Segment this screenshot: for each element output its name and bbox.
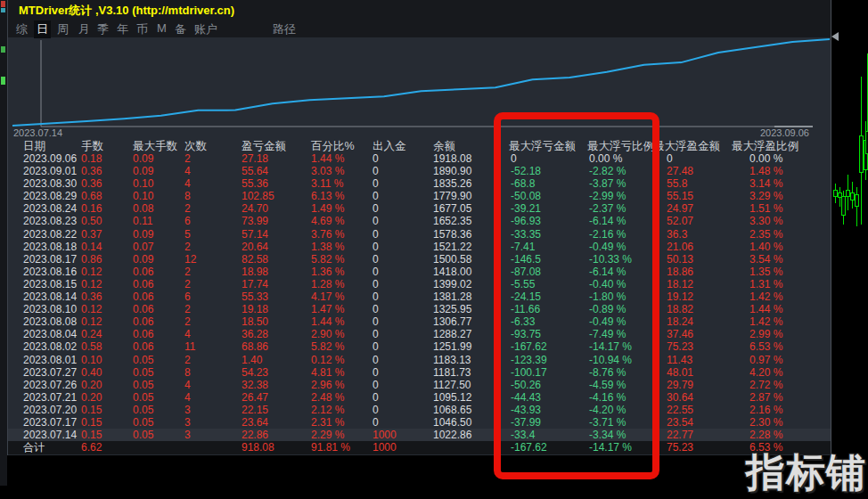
menu-item-3[interactable]: 周: [57, 21, 69, 37]
table-cell: 4: [184, 379, 191, 391]
table-cell: 2023.08.01: [23, 354, 77, 366]
table-cell: 1500.58: [433, 253, 471, 266]
table-header-cell: 最大浮盈金额: [653, 140, 720, 152]
table-cell: 0.09: [133, 165, 153, 177]
table-cell: 1000: [373, 429, 397, 441]
table-cell: 0.07: [133, 241, 153, 253]
table-cell: 0.14: [81, 241, 102, 253]
table-cell: 0: [373, 266, 379, 278]
table-cell: 12: [184, 253, 196, 266]
table-cell: 52.07: [667, 215, 693, 227]
table-row: 2023.09.010.360.09455.643.03 %01890.90-5…: [8, 165, 831, 177]
table-cell: 2023.07.17: [23, 416, 77, 429]
table-cell: 2023.08.22: [23, 228, 77, 241]
table-header-cell: 余额: [433, 140, 455, 152]
table-cell: 30.64: [667, 391, 693, 404]
table-cell: 2023.08.02: [23, 340, 77, 353]
table-cell: 6.53 %: [749, 340, 782, 353]
table-cell: 0.24: [81, 328, 102, 340]
menu-item-7[interactable]: 币: [136, 21, 148, 37]
table-cell: 5.82 %: [311, 340, 344, 353]
table-cell: 0: [373, 177, 379, 190]
table-header-cell: 出入金: [373, 140, 406, 152]
table-cell: 0.00 %: [749, 152, 782, 165]
table-cell: 0: [373, 379, 379, 391]
table-cell: 6: [184, 290, 191, 303]
menu-item-10[interactable]: 账户: [194, 21, 217, 37]
menu-item-1[interactable]: 综: [16, 21, 28, 37]
table-cell: 1.44 %: [749, 303, 782, 315]
table-cell: 1652.35: [433, 215, 471, 227]
table-cell: 0: [373, 278, 379, 290]
table-row: 2023.08.020.580.061168.865.82 %01251.99-…: [8, 340, 831, 353]
menu-item-4[interactable]: 月: [78, 21, 90, 37]
table-cell: 0.05: [133, 404, 153, 416]
table-header-cell: 手数: [81, 140, 103, 152]
table-cell: 11: [184, 340, 195, 353]
table-row: 2023.07.210.200.05426.472.48 %01095.12-4…: [8, 391, 831, 404]
menu-item-8[interactable]: M: [157, 21, 167, 35]
table-cell: 1325.95: [433, 303, 471, 315]
table-row: 2023.08.150.120.06217.741.28 %01399.02-5…: [8, 278, 831, 290]
table-cell: 2.35 %: [749, 228, 782, 241]
window-edge-strip: [0, 0, 7, 486]
table-cell: 1046.50: [433, 416, 471, 429]
table-cell: 0.12: [81, 278, 102, 290]
table-cell: 48.01: [667, 366, 693, 379]
table-cell: 0.12: [81, 266, 102, 278]
table-cell: 3.03 %: [311, 165, 344, 177]
table-cell: 2023.08.24: [23, 202, 77, 215]
table-cell: 0: [667, 152, 673, 165]
menu-item-2[interactable]: 日: [34, 20, 51, 38]
table-cell: 102.85: [242, 190, 274, 202]
table-cell: 2: [184, 152, 191, 165]
table-cell: 2.12 %: [311, 404, 344, 416]
table-cell: 0.50: [81, 215, 102, 227]
table-cell: 0.08: [133, 202, 153, 215]
red-highlight-rectangle: [494, 112, 659, 479]
table-cell: 55.15: [667, 190, 693, 202]
table-cell: 0.86: [81, 253, 102, 266]
edge-mark-green-2: [1, 77, 5, 85]
table-cell: 4: [184, 165, 191, 177]
table-row: 2023.07.170.150.05323.642.31 %01046.50-3…: [8, 416, 831, 429]
table-cell: 22.15: [242, 404, 268, 416]
table-cell: 2023.08.14: [23, 290, 77, 303]
table-cell: 1381.28: [433, 290, 471, 303]
table-cell: 0.05: [133, 366, 153, 379]
table-cell: 2023.08.08: [23, 315, 77, 328]
table-cell: 55.64: [242, 165, 268, 177]
table-cell: 2: [184, 278, 191, 290]
table-cell: 0.09: [133, 152, 153, 165]
table-cell: 1306.77: [433, 315, 471, 328]
table-cell: 29.79: [667, 379, 693, 391]
table-cell: 32.38: [242, 379, 268, 391]
table-cell: 4.81 %: [311, 366, 344, 379]
table-cell: 1068.65: [433, 404, 471, 416]
equity-curve-line: [12, 39, 830, 126]
menu-item-9[interactable]: 备: [175, 21, 186, 37]
edge-mark-teal: [1, 8, 5, 12]
table-cell: 1.44 %: [311, 315, 344, 328]
table-cell: 75.23: [667, 340, 693, 353]
table-cell: 2.96 %: [311, 379, 344, 391]
menu-item-11[interactable]: 路径: [273, 21, 296, 37]
table-cell: 22.55: [667, 404, 693, 416]
menu-item-5[interactable]: 季: [97, 21, 109, 37]
table-cell: 0.36: [81, 177, 102, 190]
table-header-cell: 最大浮盈比例: [732, 140, 798, 152]
table-cell: 1399.02: [433, 278, 471, 290]
table-cell: 0.05: [133, 354, 153, 366]
chart-shift-arrow-icon: [831, 32, 839, 41]
table-cell: 2.72 %: [749, 379, 782, 391]
table-cell: 0: [373, 253, 379, 266]
table-row: 2023.08.180.140.07220.641.38 %01521.22-7…: [8, 241, 831, 253]
table-cell: 0: [373, 303, 379, 315]
table-cell: 1.51 %: [749, 202, 782, 215]
table-cell: 1.42 %: [749, 290, 782, 303]
table-cell: 0: [373, 190, 379, 202]
table-row: 2023.08.290.680.108102.856.13 %01779.90-…: [8, 190, 831, 202]
menu-item-6[interactable]: 年: [117, 21, 128, 37]
candlestick-body: [855, 194, 859, 207]
table-cell: 4: [184, 328, 191, 340]
